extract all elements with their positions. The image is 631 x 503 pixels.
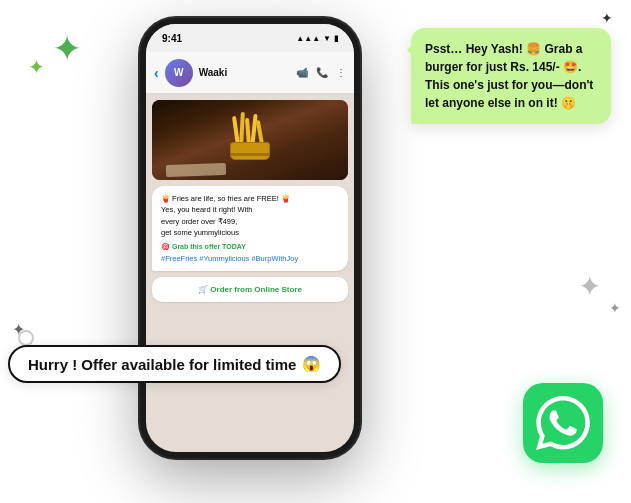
back-button[interactable]: ‹	[154, 65, 159, 81]
header-icons: 📹 📞 ⋮	[296, 67, 346, 78]
sparkle-icon-5: ✦	[609, 300, 621, 316]
sparkle-icon-1: ✦	[52, 28, 82, 70]
whatsapp-logo	[536, 396, 590, 450]
video-call-icon[interactable]: 📹	[296, 67, 308, 78]
battery-icon: ▮	[334, 34, 338, 43]
whatsapp-icon	[523, 383, 603, 463]
phone-mockup: 9:41 ▲▲▲ ▼ ▮ ‹ W Waaki 📹 📞 ⋮	[140, 18, 360, 458]
speech-bubble-text: Psst… Hey Yash! 🍔 Grab a burger for just…	[425, 42, 593, 110]
decorative-circle	[18, 330, 34, 346]
sparkle-icon-3: ✦	[601, 10, 613, 26]
order-button[interactable]: 🛒 Order from Online Store	[152, 277, 348, 302]
contact-name: Waaki	[199, 67, 228, 78]
avatar-text: W	[174, 67, 183, 78]
promo-text: 🍟 Fries are life, so fries are FREE! 🍟 Y…	[161, 193, 339, 238]
hurry-text: Hurry ! Offer available for limited time	[28, 356, 296, 373]
wifi-icon: ▼	[323, 34, 331, 43]
status-bar: 9:41 ▲▲▲ ▼ ▮	[146, 24, 354, 52]
call-icon[interactable]: 📞	[316, 67, 328, 78]
speech-bubble: Psst… Hey Yash! 🍔 Grab a burger for just…	[411, 28, 611, 124]
hashtags: #FreeFries #Yummylicious #BurpWithJoy	[161, 253, 339, 264]
status-time: 9:41	[162, 33, 182, 44]
hurry-offer-badge: Hurry ! Offer available for limited time…	[8, 345, 341, 383]
status-icons: ▲▲▲ ▼ ▮	[296, 34, 338, 43]
signal-icon: ▲▲▲	[296, 34, 320, 43]
chat-body: 🍟 Fries are life, so fries are FREE! 🍟 Y…	[146, 94, 354, 382]
main-scene: ✦ ✦ ✦ ✦ ✦ ✦ 9:41 ▲▲▲ ▼ ▮ ‹ W Waaki	[0, 0, 631, 503]
food-image	[152, 100, 348, 180]
alarm-emoji: 😱	[302, 355, 321, 373]
promo-text-bubble: 🍟 Fries are life, so fries are FREE! 🍟 Y…	[152, 186, 348, 271]
sparkle-icon-2: ✦	[28, 55, 45, 79]
sparkle-icon-4: ✦	[578, 270, 601, 303]
offer-tag: 🎯 Grab this offer TODAY	[161, 241, 339, 253]
chat-header: ‹ W Waaki 📹 📞 ⋮	[146, 52, 354, 94]
avatar: W	[165, 59, 193, 87]
menu-icon[interactable]: ⋮	[336, 67, 346, 78]
phone-screen: 9:41 ▲▲▲ ▼ ▮ ‹ W Waaki 📹 📞 ⋮	[146, 24, 354, 452]
